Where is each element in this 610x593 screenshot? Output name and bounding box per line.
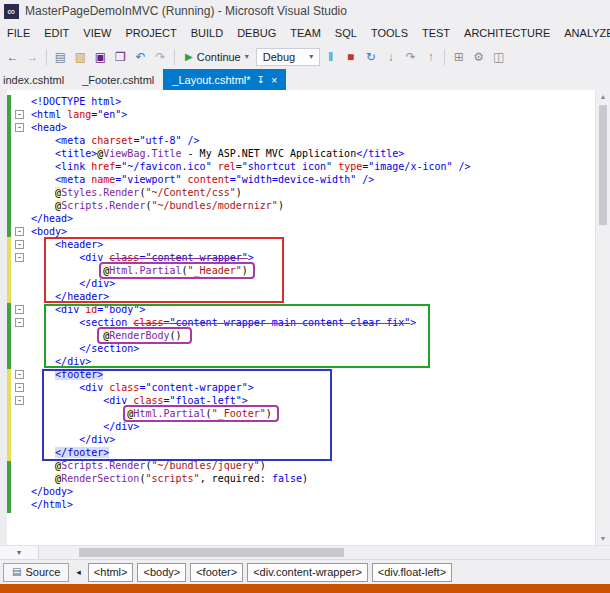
code-line: </footer>: [11, 446, 595, 459]
scroll-up-icon[interactable]: ▲: [596, 90, 610, 103]
debug-target-combo[interactable]: Debug▾: [256, 48, 320, 66]
code-line: <link href="~/favicon.ico" rel="shortcut…: [11, 160, 595, 173]
source-view-button[interactable]: ▤ Source: [3, 563, 69, 582]
menu-project[interactable]: PROJECT: [118, 24, 183, 42]
tag-path-div.float-left[interactable]: <div.float-left>: [372, 563, 452, 582]
token: <section: [79, 317, 133, 328]
close-icon[interactable]: ×: [271, 74, 277, 86]
menu-view[interactable]: VIEW: [76, 24, 118, 42]
scroll-down-icon[interactable]: ▼: [596, 532, 610, 545]
token: <div: [55, 304, 85, 315]
collapse-toggle-icon[interactable]: -: [15, 227, 24, 236]
token: <div: [79, 382, 109, 393]
fold-margin: [11, 277, 31, 290]
token: </header>: [55, 291, 109, 302]
menu-architecture[interactable]: ARCHITECTURE: [457, 24, 557, 42]
step-out-icon[interactable]: ↑: [421, 47, 440, 67]
code-text: <link href="~/favicon.ico" rel="shortcut…: [31, 160, 471, 173]
menu-test[interactable]: TEST: [415, 24, 457, 42]
code-line: </div>: [11, 433, 595, 446]
debug-target-combo-label: Debug: [263, 51, 295, 63]
pause-icon[interactable]: ‖: [321, 47, 340, 67]
vertical-scroll-thumb[interactable]: [599, 105, 607, 225]
new-file-icon[interactable]: ▤: [51, 47, 70, 67]
token: "~/favicon.ico": [121, 161, 211, 172]
token: - My ASP.NET MVC Application: [182, 148, 357, 159]
code-line: -<body>: [11, 225, 595, 238]
open-file-icon[interactable]: ▧: [71, 47, 90, 67]
menu-debug[interactable]: DEBUG: [230, 24, 283, 42]
extensions-icon[interactable]: ◫: [489, 47, 508, 67]
code-text: @Html.Partial("_Header"): [31, 264, 248, 277]
tag-path-body[interactable]: <body>: [137, 563, 186, 582]
token: [31, 304, 55, 315]
token: <link: [55, 161, 91, 172]
zoom-dropdown[interactable]: ▾: [0, 546, 39, 559]
fold-margin: [11, 329, 31, 342]
tab-index-cshtml[interactable]: index.cshtml: [0, 69, 73, 90]
token: [31, 200, 55, 211]
vertical-scrollbar[interactable]: ▲ ▼: [595, 90, 610, 545]
nav-back-icon[interactable]: ←: [3, 47, 22, 67]
menu-file[interactable]: FILE: [0, 24, 37, 42]
pin-icon[interactable]: ↧: [257, 74, 265, 85]
token: [31, 187, 55, 198]
collapse-toggle-icon[interactable]: -: [15, 370, 24, 379]
token: [31, 239, 55, 250]
save-icon[interactable]: ▣: [91, 47, 110, 67]
collapse-toggle-icon[interactable]: -: [15, 253, 24, 262]
tag-nav-back-icon[interactable]: ◂: [76, 567, 81, 577]
collapse-toggle-icon[interactable]: -: [15, 123, 24, 132]
tab-label: _Footer.cshtml: [82, 74, 154, 86]
step-into-icon[interactable]: ↓: [381, 47, 400, 67]
solution-explorer-icon[interactable]: ⊞: [449, 47, 468, 67]
step-over-icon[interactable]: ↷: [401, 47, 420, 67]
continue-button[interactable]: ▶Continue▾: [179, 49, 255, 65]
collapse-toggle-icon[interactable]: -: [15, 396, 24, 405]
token: "scripts": [145, 473, 199, 484]
token: ): [266, 408, 272, 419]
code-line: <meta name="viewport" content="width=dev…: [11, 173, 595, 186]
restart-icon[interactable]: ↻: [361, 47, 380, 67]
collapse-toggle-icon[interactable]: -: [15, 240, 24, 249]
code-editor[interactable]: <!DOCTYPE html>-<html lang="en">-<head> …: [0, 90, 610, 545]
token: "content-wrapper main-content clear-fix": [170, 317, 411, 328]
token: <header>: [55, 239, 103, 250]
token: class: [109, 382, 139, 393]
undo-icon[interactable]: ↶: [131, 47, 150, 67]
fold-margin: [11, 498, 31, 511]
collapse-toggle-icon[interactable]: -: [15, 305, 24, 314]
horizontal-scrollbar[interactable]: [39, 546, 595, 559]
menu-edit[interactable]: EDIT: [37, 24, 76, 42]
breakpoint-margin[interactable]: [0, 90, 7, 545]
menu-team[interactable]: TEAM: [283, 24, 328, 42]
menu-tools[interactable]: TOOLS: [364, 24, 415, 42]
token: class: [109, 252, 139, 263]
save-all-icon[interactable]: ❐: [111, 47, 130, 67]
tag-path-html[interactable]: <html>: [88, 563, 134, 582]
menu-build[interactable]: BUILD: [184, 24, 230, 42]
tag-path-div.content-wrapper[interactable]: <div.content-wrapper>: [247, 563, 368, 582]
properties-icon[interactable]: ⚙: [469, 47, 488, 67]
fold-margin: -: [11, 381, 31, 394]
tab-bar: index.cshtml_Footer.cshtml_Layout.cshtml…: [0, 69, 610, 90]
redo-icon[interactable]: ↷: [151, 47, 170, 67]
code-text: @Scripts.Render("~/bundles/jquery"): [31, 459, 266, 472]
token: "~/bundles/jquery": [151, 460, 259, 471]
fold-margin: [11, 134, 31, 147]
horizontal-scroll-thumb[interactable]: [79, 548, 344, 557]
tab--layout-cshtml-[interactable]: _Layout.cshtml*↧×: [163, 69, 286, 90]
tag-path-footer[interactable]: <footer>: [190, 563, 243, 582]
token: >: [248, 382, 254, 393]
stop-icon[interactable]: ■: [341, 47, 360, 67]
collapse-toggle-icon[interactable]: -: [15, 318, 24, 327]
code-line: </html>: [11, 498, 595, 511]
menu-sql[interactable]: SQL: [328, 24, 364, 42]
collapse-toggle-icon[interactable]: -: [15, 110, 24, 119]
tag-path-list: <html><body><footer><div.content-wrapper…: [88, 563, 452, 582]
collapse-toggle-icon[interactable]: -: [15, 383, 24, 392]
fold-margin: -: [11, 238, 31, 251]
nav-forward-icon[interactable]: →: [23, 47, 42, 67]
menu-analyze[interactable]: ANALYZE: [557, 24, 610, 42]
tab--footer-cshtml[interactable]: _Footer.cshtml: [73, 69, 163, 90]
